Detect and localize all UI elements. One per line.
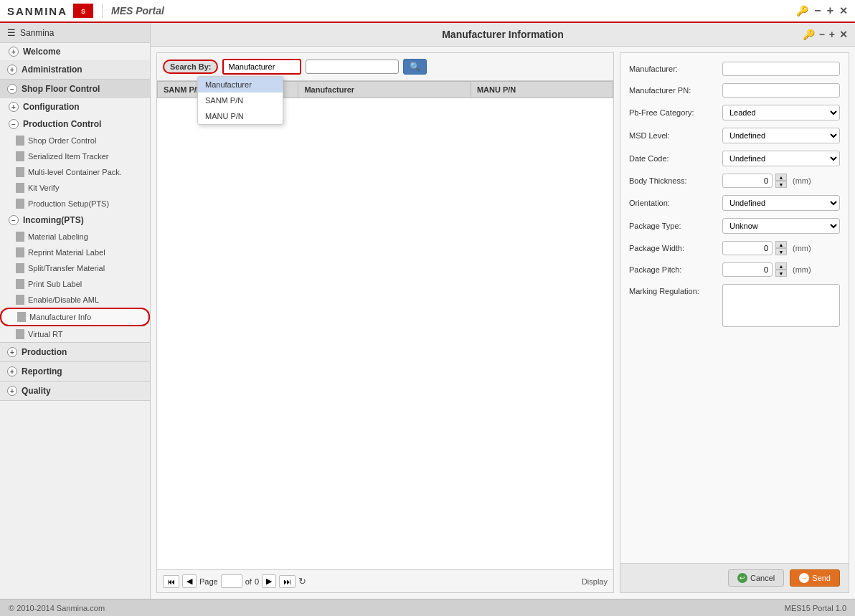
sidebar-header-shop-floor[interactable]: − Shop Floor Control <box>0 80 150 98</box>
page-label: Page <box>199 577 218 586</box>
sidebar-item-reprint-material-label[interactable]: Reprint Material Label <box>0 245 150 260</box>
form-content: Manufacturer: Manufacturer PN: Pb-Free C… <box>620 53 849 563</box>
select-msd-level[interactable]: Undefined 1 2 <box>722 128 840 143</box>
unit-package-width: (mm) <box>793 244 811 252</box>
form-row-date-code: Date Code: Undefined Standard Extended <box>629 151 840 166</box>
doc-icon <box>16 295 24 305</box>
prev-page-button[interactable]: ◀ <box>182 574 197 588</box>
form-row-package-pitch: Package Pitch: ▲ ▼ (mm) <box>629 262 840 277</box>
select-package-type[interactable]: Unknow BGA QFP DIP <box>722 218 840 234</box>
input-package-pitch[interactable] <box>722 262 773 277</box>
sidebar-item-print-sub-label[interactable]: Print Sub Label <box>0 276 150 292</box>
sidebar-item-multi-level-container[interactable]: Multi-level Container Pack. <box>0 164 150 180</box>
sidebar-item-material-labeling[interactable]: Material Labeling <box>0 229 150 245</box>
sidebar-item-split-transfer-material[interactable]: Split/Transfer Material <box>0 260 150 276</box>
spinner-btns-width: ▲ ▼ <box>775 241 787 255</box>
copyright: © 2010-2014 Sanmina.com <box>9 604 105 612</box>
sidebar-item-production-setup[interactable]: Production Setup(PTS) <box>0 196 150 212</box>
spinner-down-body[interactable]: ▼ <box>775 181 787 188</box>
sidebar-header-production[interactable]: + Production <box>0 343 150 361</box>
portal-title: MES Portal <box>111 5 164 16</box>
dropdown-item-manufacturer[interactable]: Manufacturer <box>198 77 283 93</box>
search-dropdown-wrapper: Manufacturer SANM P/N MANU P/N <box>222 59 301 75</box>
input-body-thickness[interactable] <box>722 174 773 188</box>
page-input[interactable] <box>221 574 242 588</box>
maximize-button[interactable]: + <box>827 4 833 17</box>
topbar-actions: 🔑 − + ✕ <box>796 4 848 17</box>
input-manufacturer-pn[interactable] <box>722 83 840 98</box>
refresh-button[interactable]: ↻ <box>298 576 306 587</box>
bottombar: © 2010-2014 Sanmina.com MES15 Portal 1.0 <box>0 599 855 616</box>
sidebar-group-shop-floor: − Shop Floor Control + Configuration − P… <box>0 80 150 343</box>
spinner-package-width: ▲ ▼ (mm) <box>722 241 840 255</box>
doc-icon <box>16 329 24 339</box>
search-input[interactable] <box>306 60 399 74</box>
form-row-msd-level: MSD Level: Undefined 1 2 <box>629 128 840 143</box>
spinner-up-width[interactable]: ▲ <box>775 241 787 248</box>
first-page-button[interactable]: ⏮ <box>163 575 179 588</box>
sidebar-item-virtual-rt[interactable]: Virtual RT <box>0 326 150 342</box>
sidebar-group-reporting: + Reporting <box>0 362 150 382</box>
sidebar-subgroup-incoming: − Incoming(PTS) Material Labeling Reprin… <box>0 212 150 342</box>
spinner-btns-pitch: ▲ ▼ <box>775 262 787 277</box>
send-icon: → <box>799 573 809 583</box>
input-manufacturer[interactable] <box>722 62 840 76</box>
data-table: SANM P/N Manufacturer MANU P/N <box>157 81 613 569</box>
cancel-button[interactable]: ↩ Cancel <box>728 569 784 587</box>
spinner-up-pitch[interactable]: ▲ <box>775 262 787 270</box>
close-button[interactable]: ✕ <box>839 5 848 16</box>
spinner-up-body[interactable]: ▲ <box>775 174 787 181</box>
sidebar-sanmina[interactable]: ☰ Sanmina <box>0 23 150 43</box>
content-title: Manufacturer Information <box>442 29 564 40</box>
spinner-body-thickness: ▲ ▼ (mm) <box>722 174 840 188</box>
send-button[interactable]: → Send <box>790 569 840 587</box>
sidebar-header-configuration[interactable]: + Configuration <box>0 98 150 115</box>
sidebar-header-quality[interactable]: + Quality <box>0 382 150 400</box>
dropdown-item-sanm-pn[interactable]: SANM P/N <box>198 93 283 108</box>
last-page-button[interactable]: ⏭ <box>279 575 296 588</box>
key-icon[interactable]: 🔑 <box>796 5 808 16</box>
next-page-button[interactable]: ▶ <box>262 574 276 588</box>
doc-icon <box>16 232 24 242</box>
topbar-divider <box>102 4 103 18</box>
left-panel: Search By: Manufacturer SANM P/N MANU P/… <box>156 52 614 593</box>
form-row-body-thickness: Body Thickness: ▲ ▼ (mm) <box>629 174 840 188</box>
plus-icon-content[interactable]: + <box>829 29 835 40</box>
spinner-down-pitch[interactable]: ▼ <box>775 270 787 277</box>
textarea-marking-regulation[interactable] <box>722 284 840 327</box>
sidebar-item-serialized-item-tracker[interactable]: Serialized Item Tracker <box>0 148 150 164</box>
minimize-button[interactable]: − <box>814 4 821 17</box>
sidebar-header-administration[interactable]: + Administration <box>0 60 150 79</box>
sidebar-item-welcome[interactable]: + Welcome <box>0 43 150 60</box>
minus-icon-incoming: − <box>9 215 19 225</box>
sidebar-header-reporting[interactable]: + Reporting <box>0 362 150 381</box>
sidebar-header-incoming[interactable]: − Incoming(PTS) <box>0 212 150 229</box>
brand: SANMINA S <box>7 4 93 18</box>
select-pb-free[interactable]: Leaded Pb-Free Unknown <box>722 105 840 120</box>
sidebar-item-kit-verify[interactable]: Kit Verify <box>0 180 150 196</box>
spinner-down-width[interactable]: ▼ <box>775 248 787 255</box>
sidebar-header-production-control[interactable]: − Production Control <box>0 115 150 133</box>
version-label: MES15 Portal 1.0 <box>785 604 846 612</box>
sidebar-item-shop-order-control[interactable]: Shop Order Control <box>0 133 150 148</box>
select-date-code[interactable]: Undefined Standard Extended <box>722 151 840 166</box>
grid-icon: ☰ <box>7 27 16 38</box>
search-dropdown[interactable]: Manufacturer SANM P/N MANU P/N <box>222 59 301 75</box>
dropdown-item-manu-pn[interactable]: MANU P/N <box>198 108 283 124</box>
search-button[interactable]: 🔍 <box>403 59 427 75</box>
label-manufacturer-pn: Manufacturer PN: <box>629 86 722 95</box>
pagination: ⏮ ◀ Page of 0 ▶ ⏭ ↻ Display <box>157 569 613 592</box>
key-icon-content[interactable]: 🔑 <box>803 29 815 40</box>
minus-icon-content[interactable]: − <box>819 29 825 40</box>
plus-icon-welcome: + <box>9 47 19 57</box>
sidebar-item-enable-disable-aml[interactable]: Enable/Disable AML <box>0 292 150 308</box>
plus-icon-quality: + <box>7 386 17 396</box>
plus-icon-admin: + <box>7 65 17 75</box>
sidebar-item-manufacturer-info[interactable]: Manufacturer Info <box>0 308 150 326</box>
input-package-width[interactable] <box>722 241 773 255</box>
label-marking-regulation: Marking Regulation: <box>629 287 722 295</box>
close-icon-content[interactable]: ✕ <box>839 29 848 40</box>
main-content: Manufacturer Information 🔑 − + ✕ Search … <box>151 23 855 599</box>
label-msd-level: MSD Level: <box>629 131 722 140</box>
select-orientation[interactable]: Undefined 0 90 180 270 <box>722 195 840 211</box>
